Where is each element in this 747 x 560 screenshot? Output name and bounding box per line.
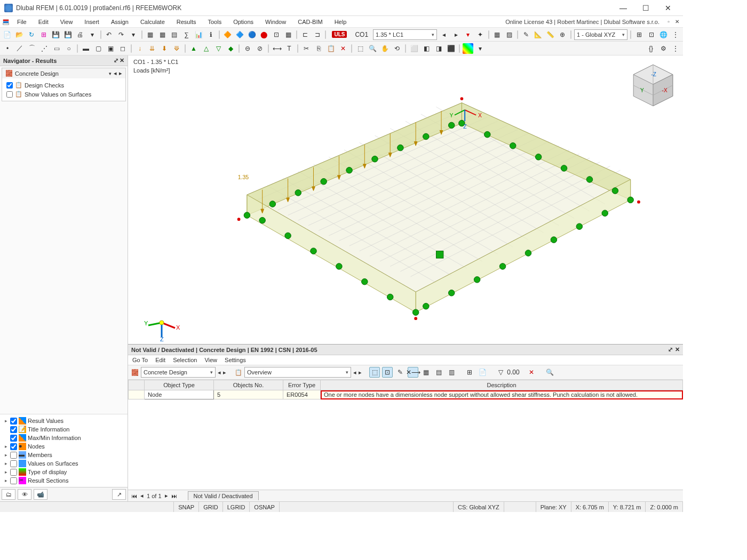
bp-selection[interactable]: Selection [173, 357, 197, 363]
release-icon[interactable]: ⊘ [255, 43, 265, 54]
open-icon[interactable]: 📂 [14, 29, 25, 40]
member-icon[interactable]: ▬ [81, 43, 91, 54]
menu-window[interactable]: Window [260, 18, 291, 26]
line-icon[interactable]: ／ [14, 43, 25, 54]
panel-pin-icon[interactable]: ⤢ [668, 346, 673, 353]
results6-icon[interactable]: ▦ [283, 29, 293, 40]
tree-result-sections[interactable]: ▸✂Result Sections [2, 476, 125, 485]
prev-icon[interactable]: ◂ [439, 29, 449, 40]
table1-icon[interactable]: ▦ [145, 29, 156, 40]
results3-icon[interactable]: 🔵 [247, 29, 257, 40]
undo-icon[interactable]: ↶ [104, 29, 115, 40]
export-btn[interactable]: ⊞ [464, 367, 475, 378]
axes-gizmo[interactable]: X Y Z [143, 304, 180, 341]
zoom-icon[interactable]: 🔍 [367, 43, 378, 54]
mdi-close-icon[interactable]: ✕ [673, 19, 681, 25]
save-icon[interactable]: 💾 [51, 29, 61, 40]
view1-icon[interactable]: ⬜ [409, 43, 419, 54]
recent-icon[interactable]: ↻ [26, 29, 37, 40]
star-icon[interactable]: ✦ [475, 29, 486, 40]
filter-funnel-icon[interactable]: ▽ [495, 367, 506, 378]
view4-icon[interactable]: ⬛ [446, 43, 456, 54]
bp-edit[interactable]: Edit [155, 357, 165, 363]
tree-display-type[interactable]: ▸Type of display [2, 468, 125, 476]
model-view[interactable]: 1.35 X Y Z [160, 87, 651, 353]
table2-icon[interactable]: ▦ [157, 29, 168, 40]
support4-icon[interactable]: ◆ [225, 43, 236, 54]
status-lgrid[interactable]: LGRID [223, 502, 250, 512]
print-icon[interactable]: 🖨 [75, 29, 85, 40]
bp-view[interactable]: View [204, 357, 217, 363]
th-object-type[interactable]: Object Type [145, 380, 214, 390]
text-icon[interactable]: T [284, 43, 295, 54]
menu-insert[interactable]: Insert [79, 18, 105, 26]
menu-tools[interactable]: Tools [202, 18, 227, 26]
nav-item-show-values[interactable]: 📋 Show Values on Surfaces [6, 90, 121, 99]
tree-maxmin[interactable]: Max/Min Information [2, 434, 125, 442]
checkbox[interactable] [6, 91, 13, 98]
rotate-icon[interactable]: ⟲ [392, 43, 402, 54]
delete-icon[interactable]: ✕ [338, 43, 348, 54]
search-icon[interactable]: 🔍 [544, 367, 555, 378]
cut-icon[interactable]: ✂ [301, 43, 312, 54]
new-icon[interactable]: 📄 [2, 29, 13, 40]
design-type-combo[interactable]: Concrete Design [141, 367, 216, 378]
decimal-btn[interactable]: 0.00 [508, 367, 519, 378]
menu-help[interactable]: Help [329, 18, 352, 26]
overview-combo[interactable]: Overview [244, 367, 351, 378]
global-cs-combo[interactable]: 1 - Global XYZ [574, 29, 627, 40]
mesh1-icon[interactable]: ▦ [492, 29, 503, 40]
opening-icon[interactable]: ◻ [117, 43, 128, 54]
paste-icon[interactable]: 📋 [325, 43, 336, 54]
filter-btn1[interactable]: ⬚ [369, 367, 380, 378]
support3-icon[interactable]: ▽ [213, 43, 224, 54]
mdi-restore-icon[interactable]: ▫ [665, 19, 672, 25]
status-osnap[interactable]: OSNAP [250, 502, 280, 512]
viewport[interactable]: CO1 - 1.35 * LC1 Loads [kN/m²] [128, 55, 683, 501]
tool-c-icon[interactable]: 📏 [545, 29, 556, 40]
menu-view[interactable]: View [55, 18, 78, 26]
nav-item-design-checks[interactable]: 📋 Design Checks [6, 81, 121, 90]
next-icon[interactable]: ▸ [451, 29, 462, 40]
script-icon[interactable]: {} [646, 43, 656, 54]
nav-section-header[interactable]: 🧱 Concrete Design ▾ ◂ ▸ [2, 68, 125, 78]
gear-icon[interactable]: ⚙ [658, 43, 669, 54]
th-description[interactable]: Description [321, 380, 683, 390]
table-btn3[interactable]: ▥ [446, 367, 457, 378]
tree-result-values[interactable]: ▸Result Values [2, 417, 125, 425]
status-grid[interactable]: GRID [199, 502, 223, 512]
chevron2-icon[interactable]: ⋮ [670, 43, 681, 54]
color-icon[interactable] [463, 43, 473, 54]
surface-icon[interactable]: ▢ [93, 43, 104, 54]
menu-assign[interactable]: Assign [106, 18, 134, 26]
menu-edit[interactable]: Edit [33, 18, 54, 26]
tool-d-icon[interactable]: ⊕ [557, 29, 568, 40]
rect-icon[interactable]: ▭ [51, 43, 62, 54]
tree-values-surfaces[interactable]: ▸Values on Surfaces [2, 459, 125, 468]
nav-close-icon[interactable]: ✕ [120, 57, 124, 64]
support1-icon[interactable]: ▲ [188, 43, 199, 54]
view3-icon[interactable]: ◨ [433, 43, 444, 54]
chart-icon[interactable]: 📊 [193, 29, 204, 40]
more-icon[interactable]: ⋮ [670, 29, 681, 40]
extra2-icon[interactable]: ⊡ [646, 29, 657, 40]
results5-icon[interactable]: ⊡ [271, 29, 282, 40]
next-icon[interactable]: ▸ [223, 369, 226, 376]
table-row[interactable]: Node 5 ER0054 One or more nodes have a d… [129, 390, 683, 399]
next2-icon[interactable]: ▸ [359, 369, 362, 376]
table3-icon[interactable]: ▤ [169, 29, 180, 40]
extrude-icon[interactable]: ⊏ [300, 29, 311, 40]
select-icon[interactable]: ⬚ [355, 43, 365, 54]
close-button[interactable]: ✕ [657, 2, 679, 14]
extra3-icon[interactable]: 🌐 [658, 29, 669, 40]
load2-icon[interactable]: ⇊ [147, 43, 157, 54]
pan-icon[interactable]: ✋ [379, 43, 390, 54]
nav-tab3-icon[interactable]: 📹 [34, 489, 47, 500]
menu-results[interactable]: Results [171, 18, 202, 26]
view2-icon[interactable]: ◧ [421, 43, 432, 54]
maximize-button[interactable]: ☐ [635, 2, 656, 14]
tree-title-info[interactable]: 📝Title Information [2, 425, 125, 434]
menu-calculate[interactable]: Calculate [135, 18, 170, 26]
minimize-button[interactable]: — [613, 2, 634, 14]
checkbox[interactable] [6, 82, 13, 89]
